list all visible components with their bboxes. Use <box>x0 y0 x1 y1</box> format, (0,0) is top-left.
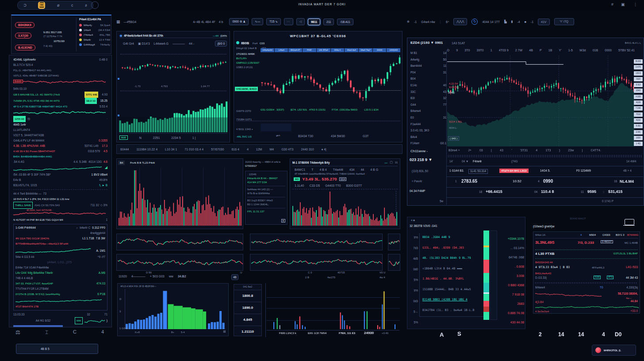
toolbar-item[interactable]: ↻ <box>472 19 478 25</box>
watch-row[interactable]: 44 4 7w4 B44444w —73 <box>13 191 107 196</box>
watch-row[interactable]: LL14TL4NT4 <box>13 127 107 133</box>
portfolio-row[interactable]: 54w 4 G3.5 44^9 ↺7 <box>15 254 105 260</box>
toolbar-item[interactable]: -1 <box>531 20 533 23</box>
book-row[interactable]: B34JTB4 (1L. B3 . bw4w4 1B-L.B <box>422 305 482 316</box>
hotkey-4[interactable]: 4 <box>602 332 605 337</box>
col-header[interactable]: C4303 <box>602 234 610 236</box>
stat-row[interactable]: M B11d <box>410 50 446 57</box>
hotkey-2[interactable]: 2 <box>539 332 542 337</box>
toolbar-item[interactable]: 6^ <box>446 20 449 23</box>
portfolio-row[interactable]: E44w 714 V144 F4w444w <box>15 265 105 270</box>
mover-symbol[interactable]: 4 L30 FTXB <box>535 252 555 256</box>
grid-view-icon[interactable]: ▦ <box>116 19 120 24</box>
col-header[interactable]: B3Y1 3 <box>616 234 625 236</box>
portfolio-row[interactable]: 0Y0TH B (233B. M 5'X2) 1ww44w44g6 P1B <box>15 292 105 297</box>
watch-row[interactable]: 1255 03Ⓓ· <box>13 116 107 122</box>
app-icon-2[interactable]: ø <box>57 3 60 8</box>
stat-row[interactable]: F1w444 <box>410 121 446 128</box>
hotkey-a[interactable]: A <box>440 332 444 338</box>
book-row[interactable]: 1510BB 15444L. B4B 33 4.44w5 <box>422 284 482 295</box>
watch-row[interactable]: 10 5V3 4 5L7 1 (P4; 54; F3C0 G554 11 L31… <box>13 196 107 202</box>
toolbar-button[interactable]: T15 ⇘ <box>266 18 280 25</box>
toolbar-item[interactable]: -4 <box>517 20 520 23</box>
watch-row[interactable]: 7v5MM (PL 5.51 4T95 450 0M.44 44T91B.0 1… <box>13 98 107 104</box>
stat-row[interactable]: 33C43 <box>410 89 446 96</box>
c-icon[interactable]: C <box>73 329 77 335</box>
hist-foot-icon[interactable]: 5-4 <box>181 331 185 334</box>
chart-tab[interactable]: P44F <box>303 48 316 52</box>
toolbar-button[interactable]: ◁ <box>296 18 305 25</box>
right-main-chart[interactable] <box>447 55 635 146</box>
alert-badge[interactable]: 4T&T4 B4 M41 L3G3 <box>499 169 529 173</box>
flame-chart[interactable] <box>119 169 242 226</box>
panel-a-box[interactable]: (8/0 0 <box>215 41 227 46</box>
mover-row[interactable]: D.G3.33| <box>535 277 547 280</box>
portfolio-row[interactable]: 34T 03. P434 LT'V3T, 4ww434P474.03 <box>15 281 105 286</box>
watch-row[interactable]: V31T 5, 34440T44T43B <box>13 133 107 138</box>
hotkey-s[interactable]: S <box>457 331 461 337</box>
app-icon-active[interactable]: Ξ <box>38 2 45 9</box>
market-status-button[interactable]: M4RK3TOL (L <box>592 345 636 356</box>
chart-tab[interactable]: B4Gw4-4T <box>288 48 302 52</box>
hist-foot-icon[interactable]: K+8 <box>135 331 140 334</box>
book-row[interactable]: 4B. (5L1B3 D4J4 B04h 9 BL.79 <box>422 253 482 264</box>
events-bars-chart[interactable] <box>267 287 400 330</box>
toolbar-button[interactable]: 9811 <box>308 19 320 25</box>
portfolio-row[interactable]: 74B 4 4 44LB <box>15 276 105 281</box>
order-cell-box[interactable]: 1L41 53.314 <box>468 169 488 174</box>
stat-row[interactable]: B3I32 <box>410 95 446 102</box>
summary-blue-box[interactable]: 50000003 190503 4 TWVCC20 4G4'3 44B4GD4 … <box>13 325 63 327</box>
ladder-value[interactable]: 1.21110 <box>234 326 261 338</box>
hotkey-1b[interactable]: 14 <box>578 332 584 337</box>
mover-symbol[interactable]: 4(3.B4 <box>535 301 544 304</box>
book-row[interactable]: 1.B0/4B1G . 44.0B. 3%BYL <box>422 274 482 284</box>
watch-row[interactable]: N 41TG5T 44 P4F B4 E1B TSG GQ14 M41 <box>13 217 107 223</box>
panel-d-tool[interactable]: 44 <box>360 168 364 171</box>
chart-tab[interactable]: 444w 4 <box>331 48 345 52</box>
toolbar-item[interactable]: ⊕ <box>407 20 410 23</box>
toolbar-button[interactable]: 211 <box>323 19 334 25</box>
portfolio-row[interactable]: p44w4; 1.011, (375 <box>15 260 105 265</box>
main-candle-chart[interactable] <box>261 54 401 106</box>
card-badge[interactable]: B <box>281 219 285 223</box>
menu-dots-icon[interactable]: ⋮ <box>633 3 637 7</box>
bottom-left-button[interactable]: 4B B 5 <box>16 344 98 354</box>
sliders-icon[interactable]: ⌶ <box>45 329 48 335</box>
toolbar-button[interactable]: ∿— <box>252 18 263 25</box>
panel-d-tool[interactable]: B4WC1 <box>295 168 305 171</box>
toolbar-button[interactable]: ⋯ <box>284 18 293 25</box>
grid-icon[interactable]: ⊞ <box>223 330 226 334</box>
toolbar-item[interactable]: 41V <box>538 19 549 25</box>
hist-foot-icon[interactable]: 8+ <box>171 331 174 334</box>
chart-tool[interactable]: L44ww4-G <box>154 42 169 46</box>
toolbar-item[interactable]: ⋀⋀⋀ <box>453 18 467 25</box>
chart-tab[interactable]: 34444 <box>373 48 387 52</box>
stat-row[interactable]: B04 <box>410 76 446 82</box>
book-row[interactable]: G33L. 404; .0399 (D4.J03 <box>422 243 482 253</box>
gear-icon[interactable]: ◉ <box>119 34 123 38</box>
mid-item[interactable]: 04 ▼ <box>462 160 468 163</box>
app-icon-4[interactable]: ƨ <box>85 3 87 8</box>
circle-icon[interactable] <box>91 1 99 9</box>
chart-tab[interactable]: 144w4w4t4 <box>261 48 274 52</box>
legend-item[interactable]: 54w4r 13 4 T4M <box>79 38 110 42</box>
toolbar-item[interactable]: ♈ /7Q <box>554 18 575 25</box>
window-icon[interactable]: ▢ <box>390 161 393 164</box>
book-row[interactable]: +1B04B L3t4 B 04.4B ▬▬▬ <box>422 264 482 274</box>
legend-item[interactable]: M4w4y 54.3yw4 <box>79 23 110 28</box>
ladder-value[interactable]: 4.845 <box>234 314 261 326</box>
chart-tab[interactable]: 44w4 4w4 <box>345 48 358 52</box>
panel-c-badge[interactable]: B4 <box>118 161 125 165</box>
stat-row[interactable]: Bwr444411 <box>410 63 446 69</box>
hotkey-1a[interactable]: 14 <box>558 332 564 337</box>
numeral-icon[interactable]: 4 <box>101 329 104 335</box>
mover-row[interactable]: 4 9T3L33 B3w4 | B B3 <box>535 266 570 269</box>
mid-item[interactable]: F4rw4r <box>473 160 482 163</box>
app-icon-3[interactable]: c <box>71 3 73 8</box>
chart-tab[interactable]: 144; BTw4 <box>317 48 330 52</box>
portfolio-row[interactable]: L4v G44 '44g B4w44w T4w4rA.M6 <box>15 270 105 276</box>
stat-row[interactable]: 3.0.41 03, 3K0 <box>410 127 446 134</box>
device-icon[interactable] <box>625 219 634 225</box>
watch-row[interactable]: B454: B44B94B4BB444B4.444G <box>13 154 107 159</box>
watch-row[interactable]: .54 4.4G4.4. 5.34B4G14 13G4.6 <box>13 159 107 165</box>
